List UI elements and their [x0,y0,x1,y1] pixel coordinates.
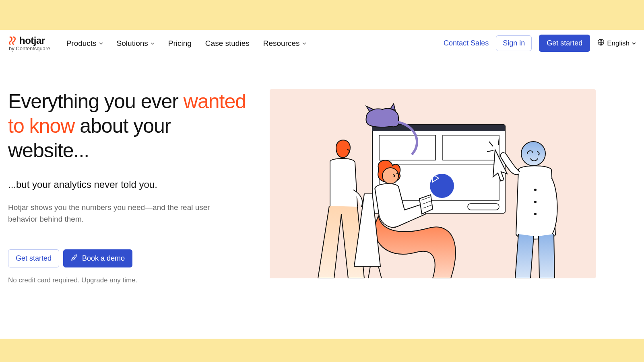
hero-headline: Everything you ever wanted to know about… [8,89,254,163]
main-nav: hotjar by Contentsquare Products Solutio… [0,30,644,57]
hero-get-started-button[interactable]: Get started [8,249,59,267]
nav-menu: Products Solutions Pricing Case studies … [66,39,306,48]
nav-item-label: Resources [263,39,300,48]
svg-point-11 [534,213,537,215]
hero-book-demo-label: Book a demo [82,254,125,263]
svg-point-10 [534,201,537,203]
chevron-down-icon [151,41,155,45]
brand-name: hotjar [19,35,45,46]
nav-item-pricing[interactable]: Pricing [168,39,192,48]
hero-description: Hotjar shows you the numbers you need—an… [8,202,225,225]
chevron-down-icon [632,41,636,45]
nav-item-label: Solutions [117,39,148,48]
hero-subhead: ...but your analytics never told you. [8,179,254,190]
nav-item-label: Pricing [168,39,192,48]
hero-book-demo-button[interactable]: Book a demo [63,249,132,267]
hero-section: Everything you ever wanted to know about… [0,57,644,284]
nav-item-label: Products [66,39,97,48]
hero-illustration [270,89,596,278]
chevron-down-icon [99,41,103,45]
nav-item-products[interactable]: Products [66,39,103,48]
nav-item-solutions[interactable]: Solutions [117,39,155,48]
language-selector[interactable]: English [597,39,636,48]
get-started-button[interactable]: Get started [539,35,590,52]
globe-icon [597,39,605,48]
hero-illustration-column [270,89,636,284]
play-video-button[interactable] [430,174,454,198]
rocket-icon [71,254,78,263]
svg-point-7 [382,168,398,184]
nav-item-resources[interactable]: Resources [263,39,306,48]
top-banner [0,0,644,30]
nav-item-case-studies[interactable]: Case studies [205,39,250,48]
nav-item-label: Case studies [205,39,250,48]
nav-right-actions: Contact Sales Sign in Get started Englis… [444,35,636,52]
language-label: English [607,39,630,47]
contact-sales-link[interactable]: Contact Sales [444,39,489,47]
hero-text-column: Everything you ever wanted to know about… [8,89,254,284]
bottom-banner [0,339,644,362]
hero-cta-row: Get started Book a demo [8,249,254,267]
svg-point-8 [521,142,545,166]
sign-in-button[interactable]: Sign in [496,35,532,51]
brand-subtitle: by Contentsquare [9,45,50,51]
hotjar-logo-icon [8,36,17,45]
chevron-down-icon [302,41,306,45]
svg-point-9 [534,189,537,191]
brand-logo[interactable]: hotjar by Contentsquare [8,35,50,51]
hero-headline-pre: Everything you ever [8,90,184,113]
hero-footnote: No credit card required. Upgrade any tim… [8,276,254,284]
